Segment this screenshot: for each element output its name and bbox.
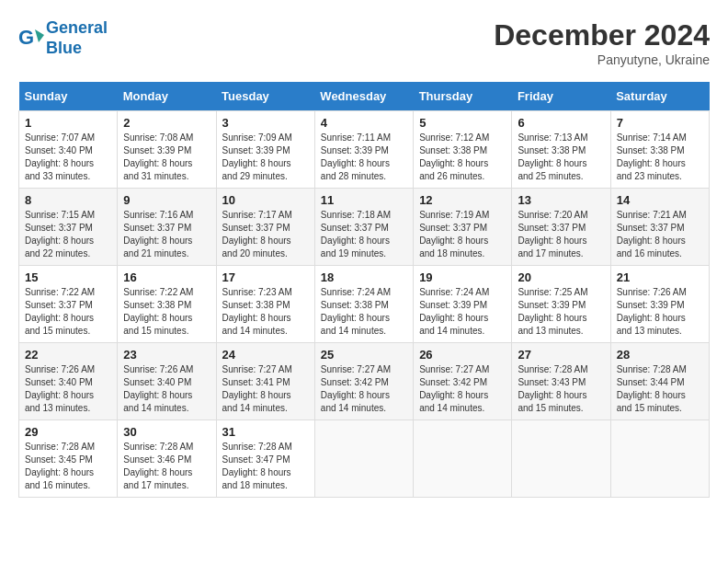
day-info: Sunrise: 7:24 AMSunset: 3:39 PMDaylight:… bbox=[419, 286, 506, 338]
logo-line2: Blue bbox=[46, 39, 82, 57]
logo: G General Blue bbox=[18, 18, 108, 58]
calendar-cell: 15Sunrise: 7:22 AMSunset: 3:37 PMDayligh… bbox=[19, 266, 118, 343]
calendar-cell: 13Sunrise: 7:20 AMSunset: 3:37 PMDayligh… bbox=[512, 189, 610, 266]
calendar-cell: 8Sunrise: 7:15 AMSunset: 3:37 PMDaylight… bbox=[19, 189, 118, 266]
calendar-cell: 2Sunrise: 7:08 AMSunset: 3:39 PMDaylight… bbox=[118, 111, 216, 189]
day-number: 8 bbox=[25, 193, 111, 207]
day-number: 19 bbox=[419, 270, 506, 284]
calendar-cell: 1Sunrise: 7:07 AMSunset: 3:40 PMDaylight… bbox=[19, 111, 118, 189]
day-info: Sunrise: 7:22 AMSunset: 3:38 PMDaylight:… bbox=[123, 286, 210, 338]
calendar-cell: 14Sunrise: 7:21 AMSunset: 3:37 PMDayligh… bbox=[610, 189, 709, 266]
day-number: 27 bbox=[518, 348, 604, 362]
col-header-thursday: Thursday bbox=[414, 82, 512, 111]
day-number: 6 bbox=[518, 116, 604, 130]
calendar-cell: 23Sunrise: 7:26 AMSunset: 3:40 PMDayligh… bbox=[118, 343, 216, 420]
day-info: Sunrise: 7:12 AMSunset: 3:38 PMDaylight:… bbox=[419, 132, 506, 183]
day-info: Sunrise: 7:27 AMSunset: 3:42 PMDaylight:… bbox=[321, 363, 407, 415]
week-row-4: 22Sunrise: 7:26 AMSunset: 3:40 PMDayligh… bbox=[19, 343, 710, 420]
logo-line1: General bbox=[46, 18, 108, 37]
day-number: 23 bbox=[123, 348, 210, 362]
day-info: Sunrise: 7:15 AMSunset: 3:37 PMDaylight:… bbox=[25, 209, 111, 260]
day-number: 2 bbox=[123, 116, 210, 130]
day-info: Sunrise: 7:28 AMSunset: 3:47 PMDaylight:… bbox=[222, 441, 309, 492]
day-number: 25 bbox=[321, 348, 407, 362]
week-row-5: 29Sunrise: 7:28 AMSunset: 3:45 PMDayligh… bbox=[19, 420, 710, 498]
day-number: 29 bbox=[25, 425, 111, 439]
calendar-cell: 28Sunrise: 7:28 AMSunset: 3:44 PMDayligh… bbox=[610, 343, 709, 420]
logo-icon: G bbox=[18, 26, 44, 52]
day-info: Sunrise: 7:20 AMSunset: 3:37 PMDaylight:… bbox=[518, 209, 604, 260]
day-info: Sunrise: 7:17 AMSunset: 3:37 PMDaylight:… bbox=[222, 209, 309, 260]
calendar-cell: 12Sunrise: 7:19 AMSunset: 3:37 PMDayligh… bbox=[414, 189, 512, 266]
calendar-body: 1Sunrise: 7:07 AMSunset: 3:40 PMDaylight… bbox=[19, 111, 710, 498]
day-info: Sunrise: 7:22 AMSunset: 3:37 PMDaylight:… bbox=[25, 286, 111, 338]
calendar-cell: 10Sunrise: 7:17 AMSunset: 3:37 PMDayligh… bbox=[216, 189, 314, 266]
calendar-cell bbox=[314, 420, 413, 498]
day-number: 9 bbox=[123, 193, 210, 207]
calendar-cell: 19Sunrise: 7:24 AMSunset: 3:39 PMDayligh… bbox=[414, 266, 512, 343]
day-info: Sunrise: 7:14 AMSunset: 3:38 PMDaylight:… bbox=[617, 132, 703, 183]
page-header: G General Blue December 2024 Panyutyne, … bbox=[18, 18, 710, 67]
calendar-cell: 7Sunrise: 7:14 AMSunset: 3:38 PMDaylight… bbox=[610, 111, 709, 189]
calendar-cell: 18Sunrise: 7:24 AMSunset: 3:38 PMDayligh… bbox=[314, 266, 413, 343]
day-info: Sunrise: 7:13 AMSunset: 3:38 PMDaylight:… bbox=[518, 132, 604, 183]
day-info: Sunrise: 7:26 AMSunset: 3:40 PMDaylight:… bbox=[123, 363, 210, 415]
calendar-cell: 27Sunrise: 7:28 AMSunset: 3:43 PMDayligh… bbox=[512, 343, 610, 420]
calendar-cell bbox=[610, 420, 709, 498]
calendar-table: SundayMondayTuesdayWednesdayThursdayFrid… bbox=[18, 82, 710, 498]
week-row-1: 1Sunrise: 7:07 AMSunset: 3:40 PMDaylight… bbox=[19, 111, 710, 189]
day-number: 14 bbox=[617, 193, 703, 207]
day-info: Sunrise: 7:26 AMSunset: 3:39 PMDaylight:… bbox=[617, 286, 703, 338]
day-info: Sunrise: 7:27 AMSunset: 3:41 PMDaylight:… bbox=[222, 363, 309, 415]
day-number: 16 bbox=[123, 270, 210, 284]
day-number: 30 bbox=[123, 425, 210, 439]
calendar-cell: 4Sunrise: 7:11 AMSunset: 3:39 PMDaylight… bbox=[314, 111, 413, 189]
day-number: 28 bbox=[617, 348, 703, 362]
calendar-cell: 29Sunrise: 7:28 AMSunset: 3:45 PMDayligh… bbox=[19, 420, 118, 498]
col-header-wednesday: Wednesday bbox=[314, 82, 413, 111]
calendar-cell bbox=[512, 420, 610, 498]
day-number: 31 bbox=[222, 425, 309, 439]
col-header-friday: Friday bbox=[512, 82, 610, 111]
day-info: Sunrise: 7:27 AMSunset: 3:42 PMDaylight:… bbox=[419, 363, 506, 415]
calendar-cell: 22Sunrise: 7:26 AMSunset: 3:40 PMDayligh… bbox=[19, 343, 118, 420]
calendar-cell: 9Sunrise: 7:16 AMSunset: 3:37 PMDaylight… bbox=[118, 189, 216, 266]
day-number: 21 bbox=[617, 270, 703, 284]
day-number: 1 bbox=[25, 116, 111, 130]
day-info: Sunrise: 7:11 AMSunset: 3:39 PMDaylight:… bbox=[321, 132, 407, 183]
day-info: Sunrise: 7:19 AMSunset: 3:37 PMDaylight:… bbox=[419, 209, 506, 260]
day-info: Sunrise: 7:24 AMSunset: 3:38 PMDaylight:… bbox=[321, 286, 407, 338]
day-info: Sunrise: 7:07 AMSunset: 3:40 PMDaylight:… bbox=[25, 132, 111, 183]
day-number: 4 bbox=[321, 116, 407, 130]
calendar-cell bbox=[414, 420, 512, 498]
col-header-tuesday: Tuesday bbox=[216, 82, 314, 111]
day-number: 26 bbox=[419, 348, 506, 362]
title-area: December 2024 Panyutyne, Ukraine bbox=[494, 18, 710, 67]
day-info: Sunrise: 7:28 AMSunset: 3:44 PMDaylight:… bbox=[617, 363, 703, 415]
day-info: Sunrise: 7:25 AMSunset: 3:39 PMDaylight:… bbox=[518, 286, 604, 338]
calendar-cell: 5Sunrise: 7:12 AMSunset: 3:38 PMDaylight… bbox=[414, 111, 512, 189]
day-number: 18 bbox=[321, 270, 407, 284]
day-number: 24 bbox=[222, 348, 309, 362]
calendar-cell: 20Sunrise: 7:25 AMSunset: 3:39 PMDayligh… bbox=[512, 266, 610, 343]
day-number: 3 bbox=[222, 116, 309, 130]
week-row-3: 15Sunrise: 7:22 AMSunset: 3:37 PMDayligh… bbox=[19, 266, 710, 343]
calendar-cell: 30Sunrise: 7:28 AMSunset: 3:46 PMDayligh… bbox=[118, 420, 216, 498]
col-header-sunday: Sunday bbox=[19, 82, 118, 111]
day-number: 20 bbox=[518, 270, 604, 284]
svg-text:G: G bbox=[18, 26, 34, 49]
location: Panyutyne, Ukraine bbox=[494, 52, 710, 67]
day-number: 13 bbox=[518, 193, 604, 207]
day-number: 11 bbox=[321, 193, 407, 207]
calendar-cell: 16Sunrise: 7:22 AMSunset: 3:38 PMDayligh… bbox=[118, 266, 216, 343]
day-info: Sunrise: 7:28 AMSunset: 3:43 PMDaylight:… bbox=[518, 363, 604, 415]
day-number: 5 bbox=[419, 116, 506, 130]
logo-text: General Blue bbox=[46, 18, 108, 58]
day-info: Sunrise: 7:09 AMSunset: 3:39 PMDaylight:… bbox=[222, 132, 309, 183]
day-info: Sunrise: 7:16 AMSunset: 3:37 PMDaylight:… bbox=[123, 209, 210, 260]
day-number: 10 bbox=[222, 193, 309, 207]
day-info: Sunrise: 7:18 AMSunset: 3:37 PMDaylight:… bbox=[321, 209, 407, 260]
day-number: 12 bbox=[419, 193, 506, 207]
calendar-cell: 17Sunrise: 7:23 AMSunset: 3:38 PMDayligh… bbox=[216, 266, 314, 343]
calendar-header-row: SundayMondayTuesdayWednesdayThursdayFrid… bbox=[19, 82, 710, 111]
